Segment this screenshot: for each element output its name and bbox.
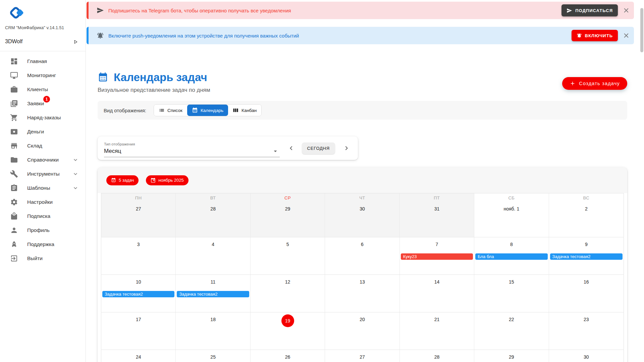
notification-badge: 1 xyxy=(43,96,50,103)
day-cell[interactable]: 25 xyxy=(176,350,250,362)
day-number: 27 xyxy=(325,353,399,361)
day-cell[interactable]: 28 xyxy=(400,350,474,362)
day-number: 13 xyxy=(325,278,399,286)
enable-push-button[interactable]: ВКЛЮЧИТЬ xyxy=(572,30,618,42)
day-cell[interactable]: 5 xyxy=(251,237,325,275)
calendar-event[interactable]: Задачка тестовая2 xyxy=(550,253,623,260)
folder-icon xyxy=(10,156,18,164)
day-cell[interactable]: 29 xyxy=(251,202,325,237)
day-number: 22 xyxy=(474,315,548,323)
sidebar-item-briefcase[interactable]: Клиенты xyxy=(0,82,86,97)
sidebar-item-cart[interactable]: Наряд-заказы xyxy=(0,111,86,125)
day-cell[interactable]: 14 xyxy=(400,275,474,312)
day-cell[interactable]: 24 xyxy=(101,350,176,362)
sidebar-item-tools[interactable]: Инструменты xyxy=(0,167,86,181)
today-button[interactable]: СЕГОДНЯ xyxy=(302,142,335,154)
sidebar-item-money[interactable]: Деньги xyxy=(0,125,86,139)
close-icon[interactable] xyxy=(623,7,630,14)
day-cell[interactable]: 22 xyxy=(474,312,549,350)
day-cell[interactable]: 8Бла бла xyxy=(474,237,549,275)
sidebar-item-dashboard[interactable]: Главная xyxy=(0,54,86,68)
weekday-header: ПТ xyxy=(400,193,474,202)
sidebar-item-clipboard[interactable]: Шаблоны xyxy=(0,181,86,195)
calendar: 5 задачноябрь 2025 ПНВТСРЧТПТСБВС2728293… xyxy=(98,167,627,362)
bell-icon xyxy=(577,33,582,39)
day-cell[interactable]: 15 xyxy=(474,275,549,312)
day-cell[interactable]: 9Задачка тестовая2 xyxy=(549,237,624,275)
calendar-chip[interactable]: ноябрь 2025 xyxy=(146,175,188,185)
day-cell[interactable]: 23 xyxy=(549,312,624,350)
day-cell[interactable]: 7Куку23 xyxy=(400,237,474,275)
calendar-event[interactable]: Задачка тестовая2 xyxy=(102,291,174,297)
push-banner: Включите push-уведомления на этом устрой… xyxy=(87,27,634,44)
day-cell[interactable]: 17 xyxy=(101,312,176,350)
day-number: 28 xyxy=(176,205,250,213)
day-cell[interactable]: 27 xyxy=(325,350,399,362)
calendar-event[interactable]: Бла бла xyxy=(475,253,547,260)
day-cell[interactable]: 16 xyxy=(549,275,624,312)
workspace-selector[interactable]: 3DWolf xyxy=(0,39,86,45)
view-option-канбан[interactable]: Канбан xyxy=(228,105,261,116)
day-cell[interactable]: 26 xyxy=(251,350,325,362)
day-cell[interactable]: 12 xyxy=(251,275,325,312)
create-task-label: Создать задачу xyxy=(579,81,620,86)
sidebar-item-store[interactable]: Склад xyxy=(0,139,86,153)
day-cell[interactable]: 28 xyxy=(176,202,250,237)
day-number: 7 xyxy=(400,240,474,248)
sidebar-item-rocket[interactable]: Поддержка xyxy=(0,237,86,251)
day-number: 4 xyxy=(176,240,250,248)
sidebar-menu: ГлавнаяМониторингКлиентыЗаявки1Наряд-зак… xyxy=(0,51,86,265)
create-task-button[interactable]: Создать задачу xyxy=(562,77,627,90)
store-icon xyxy=(10,142,18,150)
display-type-select[interactable]: Тип отображения Месяц xyxy=(104,139,280,157)
day-cell[interactable]: 29 xyxy=(474,350,549,362)
subscribe-button[interactable]: ПОДПИСАТЬСЯ xyxy=(561,4,618,16)
sidebar-item-logout[interactable]: Выйти xyxy=(0,251,86,265)
day-cell[interactable]: 4 xyxy=(176,237,250,275)
chevron-down-icon[interactable] xyxy=(72,157,79,163)
sidebar-item-person[interactable]: Профиль xyxy=(0,223,86,237)
view-option-список[interactable]: Список xyxy=(154,105,187,116)
day-cell[interactable]: 18 xyxy=(176,312,250,350)
day-cell[interactable]: 27 xyxy=(101,202,176,237)
day-cell[interactable]: 3 xyxy=(101,237,176,275)
chevron-left-icon xyxy=(287,144,295,152)
next-period-button[interactable] xyxy=(342,144,351,152)
sidebar: CRM "МояФабрика" v.14.1.51 3DWolf Главна… xyxy=(0,0,86,362)
close-icon[interactable] xyxy=(623,32,630,39)
sidebar-item-folder[interactable]: Справочники xyxy=(0,153,86,167)
scrollbar[interactable] xyxy=(640,8,643,52)
day-cell[interactable]: 21 xyxy=(400,312,474,350)
calendar-event[interactable]: Задачка тестовая2 xyxy=(177,291,249,297)
calendar-month-icon xyxy=(192,107,198,113)
sidebar-item-label: Инструменты xyxy=(27,171,60,177)
sidebar-item-bag[interactable]: Подписка xyxy=(0,209,86,223)
sidebar-item-monitor[interactable]: Мониторинг xyxy=(0,68,86,82)
day-cell[interactable]: 13 xyxy=(325,275,399,312)
day-cell[interactable]: 11Задачка тестовая2 xyxy=(176,275,250,312)
prev-period-button[interactable] xyxy=(287,144,295,152)
day-cell[interactable]: 6 xyxy=(325,237,399,275)
view-option-календарь[interactable]: Календарь xyxy=(187,105,228,116)
dropdown-icon xyxy=(272,147,279,155)
bag-icon xyxy=(10,212,18,220)
day-cell[interactable]: нояб. 1 xyxy=(474,202,549,237)
today-marker: 19 xyxy=(281,314,294,327)
sidebar-item-docs[interactable]: Заявки1 xyxy=(0,97,86,111)
day-cell[interactable]: 30 xyxy=(325,202,399,237)
calendar-chip[interactable]: 5 задач xyxy=(106,175,139,185)
weekday-header: СР xyxy=(251,193,325,202)
day-cell[interactable]: 2 xyxy=(549,202,624,237)
day-number: 24 xyxy=(101,353,175,361)
day-cell[interactable]: 20 xyxy=(325,312,399,350)
chevron-down-icon[interactable] xyxy=(72,185,79,191)
day-cell[interactable]: 10Задачка тестовая2 xyxy=(101,275,176,312)
calendar-event[interactable]: Куку23 xyxy=(401,253,473,260)
chevron-down-icon[interactable] xyxy=(72,171,79,177)
day-cell[interactable]: 31 xyxy=(400,202,474,237)
sidebar-item-label: Поддержка xyxy=(27,241,54,247)
day-cell[interactable]: 30 xyxy=(549,350,624,362)
day-number: 10 xyxy=(101,278,175,286)
day-cell[interactable]: 19 xyxy=(251,312,325,350)
sidebar-item-gear[interactable]: Настройки xyxy=(0,195,86,209)
